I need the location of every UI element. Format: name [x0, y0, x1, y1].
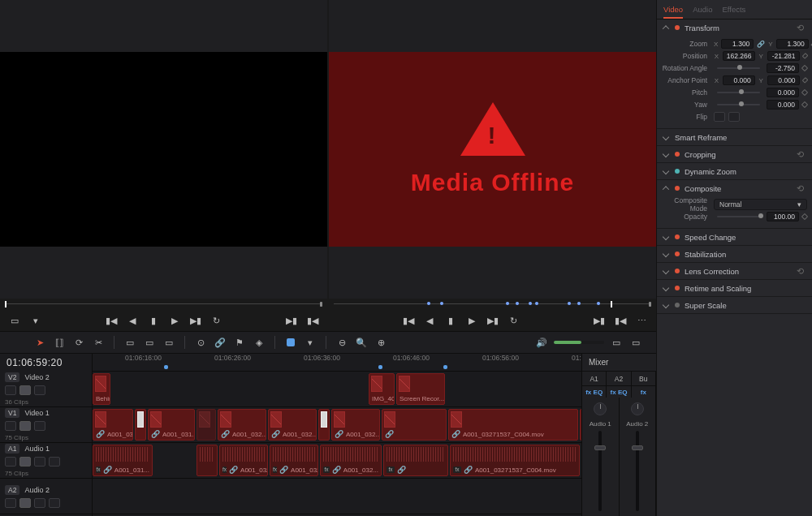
loop-icon[interactable]: ↻: [209, 313, 225, 328]
pos-y-input[interactable]: -21.281: [767, 51, 800, 61]
timeline-tracks[interactable]: 01:06:16:00 01:06:26:00 01:06:36:00 01:0…: [93, 354, 581, 516]
blade-tool-icon[interactable]: ✂: [91, 335, 106, 350]
lock-icon[interactable]: [5, 457, 16, 467]
keyframe-icon[interactable]: [801, 53, 808, 59]
reset-icon[interactable]: ⟲: [795, 266, 806, 277]
timeline-clip[interactable]: Screen Recor...: [396, 373, 445, 405]
yaw-input[interactable]: 0.000: [767, 100, 799, 110]
timeline-clip[interactable]: 🔗: [382, 409, 447, 441]
mute-icon[interactable]: [19, 457, 31, 467]
track-header-v2[interactable]: V2Video 2 36 Clips: [0, 372, 92, 407]
section-speed-change[interactable]: Speed Change: [657, 229, 812, 245]
pan-knob[interactable]: [594, 402, 607, 415]
replace-icon[interactable]: ▭: [162, 335, 176, 350]
lock-icon[interactable]: [5, 385, 16, 395]
mute-icon[interactable]: [19, 498, 31, 508]
timeline-clip[interactable]: 🔗A001_031...: [148, 409, 195, 441]
timeline-clip[interactable]: 🔗A001_031...: [93, 409, 133, 441]
flip-v-button[interactable]: [728, 112, 740, 122]
disable-icon[interactable]: [34, 421, 45, 431]
pan-knob[interactable]: [631, 402, 644, 415]
section-smart-reframe[interactable]: Smart Reframe: [657, 129, 812, 145]
track-a2[interactable]: [93, 479, 581, 514]
track-header-a1[interactable]: A1Audio 1 75 Clips: [0, 443, 92, 479]
volume-slider[interactable]: [554, 341, 604, 344]
lock-icon[interactable]: [5, 498, 16, 508]
trim-tool-icon[interactable]: ⟦⟧: [52, 335, 67, 350]
insert-icon[interactable]: ▭: [123, 335, 137, 350]
timeline-clip[interactable]: fx🔗A001_03271537_C004.mov: [450, 445, 580, 476]
timeline-clip[interactable]: fx🔗A001_031...: [93, 445, 153, 476]
section-cropping[interactable]: Cropping⟲: [657, 146, 812, 162]
anchor-x-input[interactable]: 0.000: [723, 75, 755, 85]
timeline-ruler[interactable]: 01:06:16:00 01:06:26:00 01:06:36:00 01:0…: [93, 354, 581, 372]
arrow-tool-icon[interactable]: ➤: [32, 335, 47, 350]
last-frame-icon[interactable]: ▶▮: [485, 313, 501, 328]
timeline-clip[interactable]: IMG_402...: [369, 373, 395, 405]
source-scrubber[interactable]: [0, 299, 327, 310]
marker-icon[interactable]: ◈: [252, 335, 266, 350]
out-point-icon[interactable]: ▮◀: [304, 313, 321, 328]
auto-select-icon[interactable]: [19, 385, 31, 395]
timeline-clip[interactable]: fx🔗A001_032...: [219, 445, 268, 476]
reset-icon[interactable]: ⟲: [795, 183, 806, 194]
stop-icon[interactable]: ▮: [145, 313, 162, 328]
source-monitor[interactable]: [0, 0, 327, 299]
flip-h-button[interactable]: [714, 112, 725, 122]
composite-mode-select[interactable]: Normal▾: [714, 199, 807, 210]
tab-video[interactable]: Video: [663, 5, 683, 19]
fader-a1[interactable]: Audio 1: [582, 398, 620, 516]
fader-a2[interactable]: Audio 2: [620, 398, 657, 516]
section-header[interactable]: Transform⟲: [657, 19, 812, 36]
mixer-tab-bus[interactable]: Bu: [632, 372, 656, 386]
keyframe-icon[interactable]: [801, 77, 808, 84]
section-stabilization[interactable]: Stabilization: [657, 246, 812, 262]
in-point-icon[interactable]: ▶▮: [283, 313, 300, 328]
reset-icon[interactable]: ⟲: [795, 23, 806, 33]
step-back-icon[interactable]: ◀: [421, 313, 438, 328]
track-a1[interactable]: fx🔗A001_031... fx🔗A001_031... fx🔗A001_03…: [93, 443, 581, 479]
tab-audio[interactable]: Audio: [693, 5, 712, 19]
search-icon[interactable]: 🔍: [354, 335, 369, 350]
timeline-clip[interactable]: 🔗A001_03271537_C00...: [580, 409, 581, 441]
first-frame-icon[interactable]: ▮◀: [400, 313, 417, 328]
arm-icon[interactable]: [49, 457, 60, 467]
in-point-icon[interactable]: ▶▮: [591, 313, 607, 328]
pitch-slider[interactable]: [717, 92, 760, 93]
lock-icon[interactable]: [5, 421, 16, 431]
track-v2[interactable]: Behind... IMG_402... Screen Recor... app…: [93, 372, 581, 407]
loop-icon[interactable]: ↻: [506, 313, 522, 328]
timeline-clip[interactable]: fx🔗A001_032...: [320, 445, 382, 476]
timecode[interactable]: 01:06:59:20: [0, 354, 92, 372]
first-frame-icon[interactable]: ▮◀: [103, 313, 119, 328]
timeline-clip[interactable]: 🔗A001_03271537_C004.mov: [448, 409, 578, 441]
dynamic-trim-icon[interactable]: ⟳: [71, 335, 86, 350]
anchor-y-input[interactable]: 0.000: [767, 75, 800, 85]
options-icon[interactable]: ⋯: [633, 313, 650, 328]
mute-icon[interactable]: ▭: [628, 335, 643, 350]
keyframe-icon[interactable]: [801, 89, 808, 96]
rotation-slider[interactable]: [717, 67, 760, 69]
section-dynamic-zoom[interactable]: Dynamic Zoom: [657, 163, 812, 179]
program-scrubber[interactable]: [329, 299, 656, 310]
timeline-clip[interactable]: 🔗A001_032...: [331, 409, 380, 441]
disable-icon[interactable]: [34, 385, 45, 395]
solo-icon[interactable]: [34, 498, 45, 508]
timeline-clip[interactable]: 🔗A001_032...: [218, 409, 266, 441]
opacity-input[interactable]: 100.00: [767, 212, 799, 221]
speaker-icon[interactable]: 🔊: [534, 335, 549, 350]
rotation-input[interactable]: -2.750: [767, 63, 799, 73]
timeline-clip[interactable]: [197, 445, 218, 476]
stop-icon[interactable]: ▮: [443, 313, 459, 328]
zoom-in-icon[interactable]: ⊕: [374, 335, 388, 350]
match-frame-icon[interactable]: ▭: [6, 313, 23, 328]
overwrite-icon[interactable]: ▭: [142, 335, 157, 350]
mixer-tab-a1[interactable]: A1: [582, 372, 607, 386]
keyframe-icon[interactable]: [801, 213, 808, 220]
opacity-slider[interactable]: [717, 216, 760, 217]
timeline-clip[interactable]: 🔗A001_032...: [268, 409, 317, 441]
keyframe-icon[interactable]: [801, 101, 808, 108]
arm-icon[interactable]: [49, 498, 60, 508]
section-super-scale[interactable]: Super Scale: [657, 297, 812, 313]
link-icon[interactable]: 🔗: [213, 335, 227, 350]
